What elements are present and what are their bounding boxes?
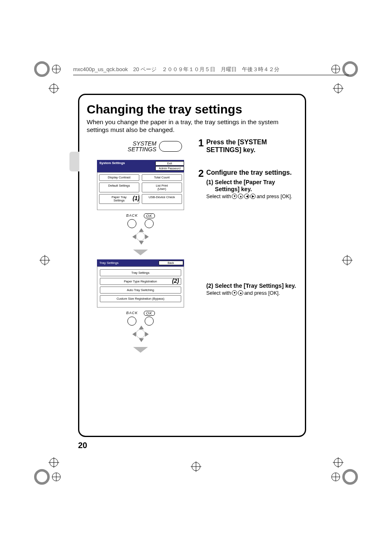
lcd2-paper-type-reg-row: Paper Type Registration (2)	[100, 278, 181, 285]
ok-button-icon	[145, 219, 154, 228]
substep-2: (2) Select the [Tray Settings] key. Sele…	[206, 282, 297, 296]
substep-1-number: (1)	[206, 179, 213, 193]
step-2: 2 Configure the tray settings. (1) Selec…	[198, 169, 297, 296]
crop-mark-icon	[341, 254, 353, 266]
lcd1-display-contrast: Display Contrast	[99, 174, 139, 181]
crop-mark-icon	[190, 460, 202, 473]
lcd2-back-button: Back	[159, 261, 183, 265]
lcd1-admin-button: Admin Password	[155, 166, 184, 171]
step-1: 1 Press the [SYSTEM SETTINGS] key.	[198, 138, 297, 154]
back-button-icon	[127, 317, 136, 326]
crop-mark-icon	[39, 254, 51, 266]
callout-marker-2: (2)	[172, 278, 179, 284]
page-title: Changing the tray settings	[87, 102, 297, 116]
control-pad: BACK OK	[87, 311, 194, 345]
flow-arrow-icon	[133, 347, 148, 353]
crop-mark-icon	[48, 82, 60, 95]
arrow-right-icon: ▶	[250, 194, 256, 199]
substep-2-number: (2)	[206, 282, 213, 289]
arrow-up-icon: ▲	[238, 290, 243, 296]
dpad-icon	[132, 326, 149, 342]
svg-point-20	[35, 470, 48, 483]
dpad-icon	[132, 228, 149, 245]
substep-2-text: Select with ▼ ▲ and press [OK].	[206, 290, 297, 296]
substep-1: (1) Select the [Paper Tray Settings] key…	[206, 179, 297, 199]
crop-mark-icon	[332, 82, 344, 95]
arrow-left-icon: ◀	[244, 194, 249, 199]
lcd1-total-count: Total Count	[142, 174, 182, 181]
lcd1-title: System Settings	[99, 161, 125, 165]
section-tab-icon	[69, 152, 79, 171]
lcd2-custom-size-row: Custom Size Registration (Bypass)	[100, 295, 181, 302]
substep-1-text: Select with ▼ ▲ ◀ ▶ and press [OK].	[206, 194, 297, 199]
svg-point-0	[35, 62, 48, 76]
crop-mark-icon	[48, 456, 60, 469]
arrow-down-icon: ▼	[232, 290, 237, 296]
callout-marker-1: (1)	[133, 195, 140, 201]
lcd1-default-settings: Default Settings	[99, 183, 139, 192]
control-pad: BACK OK	[87, 213, 194, 247]
back-key-label: BACK	[126, 311, 138, 316]
back-key-label: BACK	[126, 213, 138, 218]
svg-point-24	[344, 470, 357, 483]
ok-button-icon	[145, 317, 154, 326]
lcd2-title: Tray Settings	[99, 261, 119, 265]
lcd1-exit-button: Exit	[155, 161, 184, 166]
ok-key-label: OK	[144, 213, 155, 218]
lcd1-paper-tray-settings: Paper TraySettings (1)	[99, 194, 139, 204]
lcd-tray-settings: Tray Settings Back Tray Settings Paper T…	[97, 259, 184, 308]
content-frame: Changing the tray settings When you chan…	[78, 94, 306, 437]
step-2-number: 2	[198, 169, 204, 296]
lcd1-usb-device-check: USB-Device Check	[142, 194, 182, 204]
lcd1-list-print: List Print(User)	[142, 183, 182, 192]
ok-key-label: OK	[144, 311, 155, 316]
step-1-number: 1	[198, 138, 204, 154]
intro-text: When you change the paper in a tray, the…	[87, 118, 297, 134]
system-settings-button-icon	[159, 141, 182, 152]
arrow-up-icon: ▲	[238, 194, 243, 199]
substep-1-title: Select the [Paper Tray Settings] key.	[215, 179, 297, 193]
lcd2-auto-switch-row: Auto Tray Switching	[100, 287, 181, 294]
arrow-down-icon: ▼	[232, 194, 237, 199]
flow-arrow-icon	[133, 250, 148, 255]
step-2-title: Configure the tray settings.	[206, 169, 297, 176]
back-button-icon	[127, 219, 136, 228]
source-file-header: mxc400p_us_qck.book 20 ページ ２００９年１０月５日 月曜…	[73, 66, 349, 75]
crop-mark-icon	[332, 456, 344, 469]
system-settings-key-label: SYSTEM SETTINGS	[128, 141, 157, 153]
page-number: 20	[78, 441, 87, 450]
lcd2-tray-settings-row: Tray Settings	[100, 269, 181, 276]
step-1-title: Press the [SYSTEM SETTINGS] key.	[206, 138, 297, 154]
lcd-system-settings: System Settings Exit Admin Password Disp…	[97, 160, 184, 210]
substep-2-title: Select the [Tray Settings] key.	[215, 282, 296, 289]
